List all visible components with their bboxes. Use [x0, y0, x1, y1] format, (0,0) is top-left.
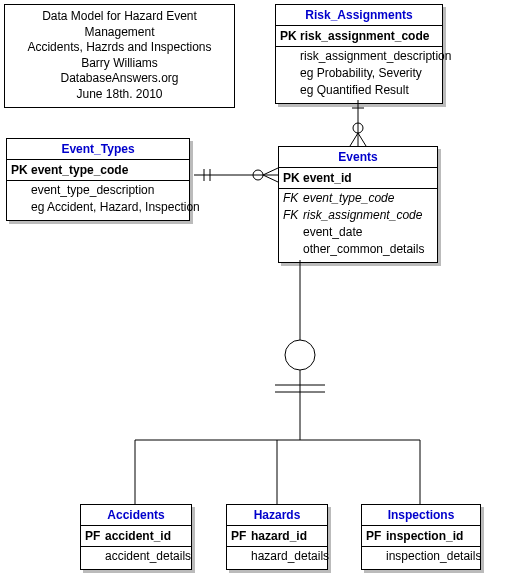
entity-title: Hazards	[227, 505, 327, 526]
svg-line-4	[358, 133, 366, 146]
attr-name: event_type_description	[31, 183, 183, 198]
svg-point-2	[353, 123, 363, 133]
key-label: FK	[283, 208, 303, 223]
attr-name: eg Quantified Result	[300, 83, 436, 98]
key-label: PK	[11, 163, 31, 178]
attr-row: PF inspection_id	[362, 528, 480, 545]
attr-name: eg Probability, Severity	[300, 66, 436, 81]
attr-name: accident_details	[105, 549, 191, 564]
info-line: June 18th. 2010	[11, 87, 228, 103]
entity-title: Accidents	[81, 505, 191, 526]
svg-point-8	[253, 170, 263, 180]
entity-accidents: Accidents PF accident_id accident_detail…	[80, 504, 192, 570]
attr-name: event_date	[303, 225, 431, 240]
attr-row: hazard_details	[227, 548, 327, 565]
attr-row: accident_details	[81, 548, 191, 565]
attr-name: inspection_details	[386, 549, 481, 564]
key-label: PK	[283, 171, 303, 186]
attr-name: risk_assignment_code	[300, 29, 436, 44]
entity-events: Events PK event_id FK event_type_code FK…	[278, 146, 438, 263]
info-line: Data Model for Hazard Event Management	[11, 9, 228, 40]
info-line: DatabaseAnswers.org	[11, 71, 228, 87]
entity-event-types: Event_Types PK event_type_code event_typ…	[6, 138, 190, 221]
info-box: Data Model for Hazard Event Management A…	[4, 4, 235, 108]
attr-row: PF hazard_id	[227, 528, 327, 545]
attr-row: eg Probability, Severity	[276, 65, 442, 82]
attr-row: event_date	[279, 224, 437, 241]
entity-title: Event_Types	[7, 139, 189, 160]
entity-risk-assignments: Risk_Assignments PK risk_assignment_code…	[275, 4, 443, 104]
attr-row: PK event_type_code	[7, 162, 189, 179]
attr-row: event_type_description	[7, 182, 189, 199]
entity-title: Events	[279, 147, 437, 168]
attr-row: other_common_details	[279, 241, 437, 258]
attr-name: risk_assignment_description	[300, 49, 451, 64]
entity-title: Risk_Assignments	[276, 5, 442, 26]
attr-name: inspection_id	[386, 529, 474, 544]
attr-row: PK risk_assignment_code	[276, 28, 442, 45]
svg-line-3	[350, 133, 358, 146]
entity-title: Inspections	[362, 505, 480, 526]
attr-name: event_type_code	[303, 191, 431, 206]
svg-line-10	[263, 175, 278, 182]
attr-name: event_type_code	[31, 163, 183, 178]
attr-name: other_common_details	[303, 242, 431, 257]
attr-name: risk_assignment_code	[303, 208, 431, 223]
attr-name: eg Accident, Hazard, Inspection	[31, 200, 200, 215]
attr-row: PK event_id	[279, 170, 437, 187]
entity-hazards: Hazards PF hazard_id hazard_details	[226, 504, 328, 570]
connector-eventtypes-to-events	[194, 168, 278, 182]
entity-inspections: Inspections PF inspection_id inspection_…	[361, 504, 481, 570]
info-line: Barry Williams	[11, 56, 228, 72]
key-label: PF	[231, 529, 251, 544]
info-line: Accidents, Hazrds and Inspections	[11, 40, 228, 56]
svg-line-9	[263, 168, 278, 175]
attr-row: inspection_details	[362, 548, 480, 565]
key-label: FK	[283, 191, 303, 206]
attr-row: eg Accident, Hazard, Inspection	[7, 199, 189, 216]
svg-point-12	[285, 340, 315, 370]
attr-name: accident_id	[105, 529, 185, 544]
attr-name: hazard_details	[251, 549, 329, 564]
attr-name: hazard_id	[251, 529, 321, 544]
attr-row: eg Quantified Result	[276, 82, 442, 99]
attr-row: FK event_type_code	[279, 190, 437, 207]
key-label: PF	[366, 529, 386, 544]
attr-row: risk_assignment_description	[276, 48, 442, 65]
attr-row: PF accident_id	[81, 528, 191, 545]
key-label: PF	[85, 529, 105, 544]
attr-name: event_id	[303, 171, 431, 186]
key-label: PK	[280, 29, 300, 44]
connector-events-subtypes	[135, 260, 420, 504]
attr-row: FK risk_assignment_code	[279, 207, 437, 224]
